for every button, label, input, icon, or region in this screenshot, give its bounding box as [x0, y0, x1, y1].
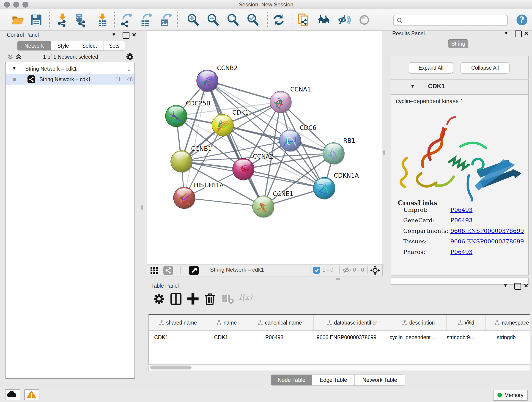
network-edge [223, 125, 334, 153]
import-network-file-button[interactable] [56, 13, 70, 27]
crosslink-value-link[interactable]: P06493 [450, 206, 472, 213]
table-column-header[interactable]: name [207, 315, 246, 331]
network-options-gear-icon[interactable] [126, 52, 134, 61]
help-button[interactable]: ? [515, 13, 529, 27]
import-network-icon [56, 13, 70, 27]
birds-eye-view-icon[interactable] [189, 266, 199, 275]
memory-button[interactable]: Memory [493, 390, 528, 401]
hide-glass-effect-button[interactable] [357, 13, 371, 27]
zoom-in-icon [186, 13, 200, 27]
houses-icon [317, 13, 331, 27]
results-panel-close-icon[interactable]: ✕ [524, 30, 529, 37]
table-panel-close-icon[interactable]: ✕ [524, 282, 528, 289]
show-columns-icon[interactable] [170, 293, 182, 305]
tab-edge-table[interactable]: Edge Table [312, 375, 355, 385]
control-panel-close-icon[interactable]: ✕ [132, 32, 136, 38]
network-selection-status: 1 of 1 Network selected [29, 54, 112, 60]
crosslink-value-link[interactable]: P06493 [450, 249, 472, 255]
table-column-header[interactable]: namespace [486, 315, 530, 331]
enable-glass-effect-button[interactable] [337, 13, 351, 27]
zoom-out-button[interactable] [206, 13, 220, 27]
network-canvas[interactable]: CCNB2CCNA1CDC25BCDK1CDC6RB1CCNB1CCNA2CDK… [147, 31, 382, 264]
network-node-cdk1: CDK1 [212, 109, 249, 137]
add-column-icon[interactable] [186, 293, 199, 305]
zoom-in-button[interactable] [186, 13, 200, 27]
column-header-label: canonical name [265, 320, 302, 326]
control-panel-collapse-icon[interactable]: ▾ [113, 31, 115, 38]
expand-all-networks-icon[interactable] [15, 53, 22, 61]
network-status-dot-icon [13, 78, 16, 81]
table-column-header[interactable]: shared name [149, 315, 207, 331]
table-row[interactable]: CDK1CDK1P064939606.ENSP00000378699cyclin… [149, 331, 530, 344]
table-hscrollbar[interactable] [148, 364, 530, 371]
column-header-label: name [224, 320, 237, 326]
network-from-clipboard-button[interactable] [297, 13, 311, 27]
tab-style[interactable]: Style [51, 41, 75, 51]
selected-nodes-checkbox-icon[interactable] [313, 267, 320, 274]
warnings-button[interactable] [24, 389, 39, 400]
zoom-selected-button[interactable] [246, 13, 260, 27]
collection-expand-triangle-icon[interactable]: ▼ [12, 63, 17, 74]
table-column-header[interactable]: database identifier [314, 315, 390, 331]
crosslink-value-link[interactable]: 9606.ENSP00000378699 [450, 228, 524, 234]
tab-select[interactable]: Select [75, 41, 104, 51]
open-session-button[interactable] [11, 13, 25, 27]
export-image-button[interactable] [159, 13, 173, 27]
tab-network-table[interactable]: Network Table [355, 375, 405, 385]
crosslink-label: Compartments: [403, 228, 448, 234]
save-session-button[interactable] [29, 13, 43, 27]
table-column-header[interactable]: @id [447, 315, 486, 331]
right-splitter-handle[interactable] [383, 150, 385, 155]
tab-network[interactable]: Network [17, 41, 51, 51]
table-panel-float-icon[interactable] [514, 283, 521, 290]
network-collection-row[interactable]: ▼ String Network – cdk1 1 [6, 64, 134, 74]
table-panel-collapse-icon[interactable]: ▾ [504, 282, 507, 289]
control-panel-float-icon[interactable] [123, 32, 129, 39]
network-view-panel: CCNB2CCNA1CDC25BCDK1CDC6RB1CCNB1CCNA2CDK… [147, 31, 382, 276]
horizontal-splitter-handle[interactable] [336, 278, 340, 280]
tab-node-table[interactable]: Node Table [271, 375, 312, 385]
table-cell[interactable]: stringdb [480, 331, 530, 344]
export-table-button[interactable] [139, 13, 153, 27]
table-cell[interactable]: CDK1 [149, 331, 202, 344]
table-cell[interactable]: 9606.ENSP00000378699 [308, 331, 385, 344]
network-row-selected[interactable]: String Network – cdk1 11 48 [6, 74, 134, 85]
table-hscrollbar-thumb[interactable] [150, 366, 191, 370]
import-network-from-database-button[interactable] [74, 13, 88, 27]
crosslink-label: Tissues: [403, 238, 427, 245]
crosslink-value-link[interactable]: P06493 [450, 217, 472, 224]
grid-view-icon[interactable] [150, 266, 158, 274]
string-home-button[interactable] [317, 13, 331, 27]
expand-all-button[interactable]: Expand All [409, 62, 453, 74]
search-input[interactable] [405, 16, 505, 25]
table-column-header[interactable]: canonical name [246, 315, 314, 331]
table-column-header[interactable]: description [390, 315, 447, 331]
collapse-all-button[interactable]: Collapse All [461, 62, 510, 74]
node-table[interactable]: shared namenamecanonical namedatabase id… [148, 314, 530, 365]
cloud-status-button[interactable] [5, 389, 20, 400]
import-table-button[interactable] [95, 13, 109, 27]
table-settings-gear-icon[interactable] [152, 293, 165, 305]
current-network-title: String Network – cdk1 [210, 267, 264, 273]
delete-column-trash-icon[interactable] [203, 293, 216, 305]
crosslink-value-link[interactable]: 9606.ENSP00000378699 [450, 238, 524, 245]
table-cell[interactable]: stringdb:9... [441, 331, 480, 344]
section-collapse-triangle-icon[interactable]: ▼ [410, 83, 415, 89]
pan-crosshair-icon[interactable] [370, 265, 380, 275]
results-panel-collapse-icon[interactable]: ▾ [505, 30, 507, 36]
cdk1-section-header[interactable]: ▼ CDK1 [391, 80, 528, 95]
apply-layout-button[interactable] [272, 13, 285, 27]
left-splitter-handle[interactable] [141, 205, 143, 210]
export-network-button[interactable] [119, 13, 133, 27]
collapse-all-networks-icon[interactable] [7, 53, 14, 61]
section-title: CDK1 [428, 83, 445, 90]
results-panel-float-icon[interactable] [515, 31, 522, 37]
zoom-fit-button[interactable] [226, 13, 240, 27]
share-view-icon[interactable] [163, 266, 173, 275]
tab-sets[interactable]: Sets [104, 41, 125, 51]
table-cell[interactable]: cyclin–dependent ... [385, 331, 441, 344]
table-cell[interactable]: CDK1 [202, 331, 241, 344]
status-bar: Memory [0, 388, 532, 402]
tab-string[interactable]: String [448, 39, 468, 48]
table-cell[interactable]: P06493 [241, 331, 308, 344]
